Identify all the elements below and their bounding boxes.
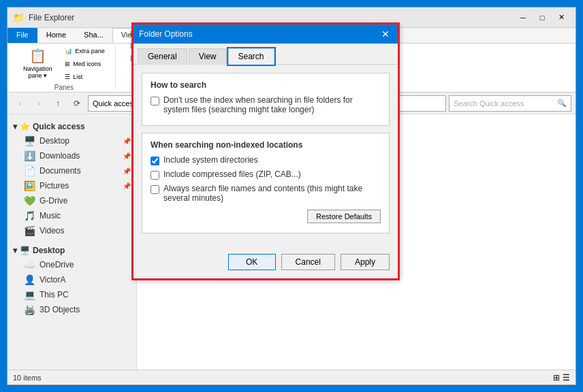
extra-pane-label: Extra pane — [75, 48, 105, 54]
dialog-close-button[interactable]: ✕ — [379, 27, 392, 41]
refresh-button[interactable]: ⟳ — [69, 95, 85, 112]
3dobjects-label: 3D Objects — [40, 305, 80, 314]
when-searching-title: When searching non-indexed locations — [151, 140, 381, 150]
videos-icon: 🎬 — [24, 225, 35, 236]
compressed-checkbox[interactable] — [151, 171, 159, 180]
system-dirs-checkbox[interactable] — [151, 157, 159, 165]
dialog-body: How to search Don't use the index when s… — [133, 65, 398, 248]
address-text: Quick access — [93, 99, 137, 108]
sidebar-item-pictures[interactable]: 🖼️ Pictures 📌 — [7, 178, 136, 193]
thispc-icon: 💻 — [24, 289, 35, 300]
quick-access-section: ▾ ⭐ Quick access 🖥️ Desktop 📌 ⬇️ Downloa… — [7, 117, 136, 241]
desktop-section-label: Desktop — [33, 246, 65, 255]
desktop-icon: 🖥️ — [24, 135, 35, 146]
desktop-collapse-icon: ▾ — [13, 246, 17, 255]
pictures-label: Pictures — [40, 181, 69, 191]
onedrive-label: OneDrive — [40, 260, 74, 270]
star-icon: ⭐ — [20, 122, 30, 131]
checkbox-always-search-row: Always search file names and contents (t… — [151, 184, 381, 203]
sidebar-item-gdrive[interactable]: 💚 G-Drive — [7, 193, 136, 208]
ok-button[interactable]: OK — [228, 254, 276, 270]
minimize-button[interactable]: ─ — [514, 11, 532, 24]
nav-pane-icon: 📋 — [29, 48, 46, 64]
folder-options-dialog: Folder Options ✕ General View Search How… — [133, 24, 398, 279]
pin-icon: 📌 — [123, 137, 131, 145]
when-searching-section: When searching non-indexed locations Inc… — [142, 133, 390, 233]
downloads-label: Downloads — [40, 151, 80, 161]
tab-search[interactable]: Search — [228, 48, 274, 65]
status-bar: 10 items ⊞ ☰ — [7, 370, 576, 385]
sidebar-item-victora[interactable]: 👤 VictorA — [7, 272, 136, 287]
navigation-pane-button[interactable]: 📋 Navigationpane ▾ — [18, 45, 57, 82]
music-icon: 🎵 — [24, 210, 35, 221]
close-window-button[interactable]: ✕ — [552, 11, 570, 24]
no-index-checkbox[interactable] — [151, 97, 159, 105]
search-bar[interactable]: Search Quick access 🔍 — [449, 95, 571, 112]
documents-label: Documents — [40, 166, 81, 176]
large-icons-view-button[interactable]: ⊞ — [553, 373, 560, 382]
back-button[interactable]: ‹ — [12, 95, 28, 112]
desktop-section: ▾ 🖥️ Desktop ☁️ OneDrive 👤 VictorA 💻 Thi… — [7, 241, 136, 320]
gdrive-icon: 💚 — [24, 195, 35, 206]
pin-icon-downloads: 📌 — [123, 152, 131, 160]
desktop-section-header[interactable]: ▾ 🖥️ Desktop — [7, 244, 136, 257]
list-label: List — [73, 74, 82, 80]
how-to-search-section: How to search Don't use the index when s… — [142, 73, 390, 126]
sidebar-item-documents[interactable]: 📄 Documents 📌 — [7, 163, 136, 178]
nav-pane-label: Navigationpane ▾ — [23, 65, 52, 79]
always-search-label: Always search file names and contents (t… — [163, 184, 381, 203]
downloads-icon: ⬇️ — [24, 150, 35, 161]
window-title: File Explorer — [29, 13, 514, 22]
always-search-checkbox[interactable] — [151, 185, 159, 194]
restore-defaults-button[interactable]: Restore Defaults — [307, 210, 381, 223]
no-index-label: Don't use the index when searching in fi… — [163, 95, 381, 114]
forward-button[interactable]: › — [31, 95, 47, 112]
sidebar-item-onedrive[interactable]: ☁️ OneDrive — [7, 257, 136, 272]
checkbox-system-dirs-row: Include system directories — [151, 155, 381, 165]
details-view-button[interactable]: ☰ — [563, 373, 570, 382]
tab-general[interactable]: General — [138, 48, 187, 65]
sidebar-item-desktop[interactable]: 🖥️ Desktop 📌 — [7, 133, 136, 148]
system-dirs-label: Include system directories — [163, 155, 258, 165]
med-icons-button[interactable]: ⊞ Med icons — [60, 58, 110, 69]
3dobjects-icon: 🖨️ — [24, 304, 35, 315]
tab-file[interactable]: File — [7, 28, 37, 43]
explorer-icon: 📁 — [13, 12, 25, 23]
sidebar-item-music[interactable]: 🎵 Music — [7, 208, 136, 223]
sidebar-item-downloads[interactable]: ⬇️ Downloads 📌 — [7, 148, 136, 163]
list-button[interactable]: ☰ List — [60, 71, 110, 82]
search-placeholder: Search Quick access — [454, 99, 524, 108]
sidebar-item-thispc[interactable]: 💻 This PC — [7, 287, 136, 302]
extra-pane-button[interactable]: 📊 Extra pane — [60, 45, 110, 56]
compressed-label: Include compressed files (ZIP, CAB...) — [163, 169, 301, 179]
up-button[interactable]: ↑ — [50, 95, 66, 112]
maximize-button[interactable]: □ — [533, 11, 551, 24]
tab-view[interactable]: View — [189, 48, 227, 65]
restore-defaults-container: Restore Defaults — [151, 207, 381, 226]
sidebar: ▾ ⭐ Quick access 🖥️ Desktop 📌 ⬇️ Downloa… — [7, 114, 137, 370]
gdrive-label: G-Drive — [40, 196, 67, 206]
apply-button[interactable]: Apply — [341, 254, 390, 270]
cancel-button[interactable]: Cancel — [281, 254, 335, 270]
thispc-label: This PC — [40, 290, 69, 299]
desktop-section-icon: 🖥️ — [20, 246, 30, 255]
sidebar-item-3dobjects[interactable]: 🖨️ 3D Objects — [7, 302, 136, 317]
dialog-title-bar: Folder Options ✕ — [133, 24, 398, 44]
search-icon: 🔍 — [557, 99, 567, 108]
dialog-title: Folder Options — [139, 29, 379, 39]
sidebar-item-videos[interactable]: 🎬 Videos — [7, 223, 136, 238]
dialog-footer: OK Cancel Apply — [133, 248, 398, 278]
tab-share[interactable]: Sha... — [75, 28, 112, 43]
checkbox-compressed-row: Include compressed files (ZIP, CAB...) — [151, 169, 381, 180]
panes-group-label: Panes — [54, 84, 74, 91]
items-count: 10 items — [13, 374, 42, 382]
victora-label: VictorA — [40, 275, 65, 284]
desktop-label: Desktop — [40, 136, 69, 146]
quick-access-header[interactable]: ▾ ⭐ Quick access — [7, 120, 136, 133]
tab-home[interactable]: Home — [37, 28, 75, 43]
pictures-icon: 🖼️ — [24, 180, 35, 191]
how-to-search-title: How to search — [151, 80, 381, 90]
pin-icon-documents: 📌 — [123, 167, 131, 175]
ribbon-group-panes: 📋 Navigationpane ▾ 📊 Extra pane ⊞ Med ic… — [13, 46, 116, 89]
window-controls: ─ □ ✕ — [514, 11, 570, 24]
